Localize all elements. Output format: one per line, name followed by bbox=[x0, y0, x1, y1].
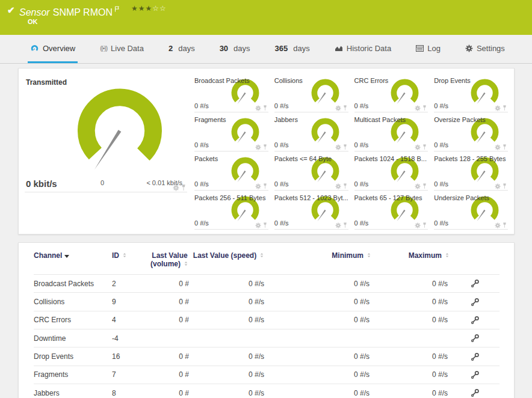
channel-gear-icon[interactable] bbox=[255, 144, 261, 150]
tab-log[interactable]: Log bbox=[413, 35, 443, 63]
channel-gear-icon[interactable] bbox=[495, 105, 501, 111]
channel-gear-icon[interactable] bbox=[335, 183, 341, 189]
cell-id: -4 bbox=[112, 329, 148, 347]
mini-gauge-cell[interactable]: Packets 0 #/s bbox=[194, 152, 268, 191]
pin-icon[interactable] bbox=[263, 105, 267, 111]
sensor-name: SNMP RMON bbox=[53, 7, 113, 17]
mini-gauge-cell[interactable]: Oversize Packets 0 #/s bbox=[434, 112, 508, 152]
pin-icon[interactable] bbox=[263, 144, 267, 150]
tab-live-data[interactable]: ((•)) Live Data bbox=[97, 35, 146, 63]
tab-historic-data[interactable]: Historic Data bbox=[332, 35, 394, 63]
channel-settings-icon[interactable] bbox=[471, 370, 480, 379]
mini-gauge-cell[interactable]: Jabbers 0 #/s bbox=[274, 112, 348, 152]
column-header-last-value-speed[interactable]: Last Value (speed) bbox=[191, 250, 267, 275]
transmitted-channel-panel[interactable]: Transmitted 0 kbit/s 0 < 0.01 kbit/s bbox=[25, 73, 187, 192]
cell-maximum bbox=[372, 329, 450, 347]
channel-settings-icon[interactable] bbox=[471, 388, 480, 397]
mini-gauge-cell[interactable]: Packets <= 64 Byte 0 #/s bbox=[274, 152, 348, 191]
mini-gauge-cell[interactable]: Packets 65 - 127 Bytes 0 #/s bbox=[354, 191, 428, 230]
cell-maximum: 0 #/s bbox=[372, 275, 450, 293]
channel-gear-icon[interactable] bbox=[495, 222, 501, 228]
mini-gauge-cell[interactable]: Packets 128 - 255 Bytes 0 #/s bbox=[434, 152, 508, 191]
mini-gauge-cell[interactable]: Drop Events 0 #/s bbox=[434, 73, 508, 112]
column-header-channel[interactable]: Channel bbox=[34, 250, 112, 275]
channel-gear-icon[interactable] bbox=[173, 185, 179, 191]
channel-settings-icon[interactable] bbox=[471, 316, 480, 325]
channel-gear-icon[interactable] bbox=[415, 222, 421, 228]
flag-icon[interactable] bbox=[114, 4, 120, 14]
cell-id: 9 bbox=[112, 293, 148, 311]
tab-overview[interactable]: Overview bbox=[28, 35, 78, 63]
channel-title: Packets <= 64 Byte bbox=[274, 155, 332, 162]
channel-gear-icon[interactable] bbox=[335, 222, 341, 228]
channel-gear-icon[interactable] bbox=[255, 105, 261, 111]
channel-title: Packets bbox=[194, 155, 218, 162]
pin-icon[interactable] bbox=[503, 183, 507, 189]
page-title: SensorSNMP RMON bbox=[19, 4, 120, 18]
tab-30-days[interactable]: 30 days bbox=[217, 35, 253, 63]
channel-settings-icon[interactable] bbox=[471, 298, 480, 307]
pin-icon[interactable] bbox=[263, 222, 267, 228]
mini-gauge-cell[interactable]: Broadcast Packets 0 #/s bbox=[194, 73, 268, 112]
mini-gauge-cell[interactable]: Packets 512 - 1023 Byt... 0 #/s bbox=[274, 191, 348, 230]
star-icon[interactable]: ☆ bbox=[152, 4, 159, 13]
mini-gauge-cell[interactable]: Collisions 0 #/s bbox=[274, 73, 348, 112]
mini-gauge-cell[interactable]: Multicast Packets 0 #/s bbox=[354, 112, 428, 152]
status-check-icon: ✔ bbox=[7, 5, 15, 16]
channel-gear-icon[interactable] bbox=[495, 183, 501, 189]
channel-value: 0 #/s bbox=[274, 180, 289, 188]
mini-gauge-cell[interactable]: Undersize Packets 0 #/s bbox=[434, 191, 508, 230]
tab-settings[interactable]: Settings bbox=[463, 35, 507, 63]
pin-icon[interactable] bbox=[503, 105, 507, 111]
channel-title: Multicast Packets bbox=[354, 116, 406, 123]
pin-icon[interactable] bbox=[343, 105, 347, 111]
channel-gear-icon[interactable] bbox=[415, 144, 421, 150]
channel-gear-icon[interactable] bbox=[255, 183, 261, 189]
channel-gear-icon[interactable] bbox=[415, 183, 421, 189]
sort-icon bbox=[259, 251, 265, 260]
channel-value: 0 #/s bbox=[194, 219, 209, 227]
channel-gear-icon[interactable] bbox=[335, 105, 341, 111]
star-rating[interactable]: ★★★☆☆ bbox=[131, 4, 167, 13]
pin-icon[interactable] bbox=[343, 144, 347, 150]
tab-365-days[interactable]: 365 days bbox=[273, 35, 312, 63]
channel-value: 0 #/s bbox=[354, 102, 369, 109]
star-icon[interactable]: ★ bbox=[138, 4, 146, 13]
column-header-maximum[interactable]: Maximum bbox=[372, 250, 450, 275]
pin-icon[interactable] bbox=[343, 222, 347, 228]
pin-icon[interactable] bbox=[422, 183, 427, 189]
star-icon[interactable]: ☆ bbox=[159, 4, 167, 13]
column-header-id[interactable]: ID bbox=[112, 250, 148, 275]
column-header-minimum[interactable]: Minimum bbox=[267, 250, 372, 275]
table-row: Fragments 7 0 # 0 #/s 0 #/s 0 #/s bbox=[34, 366, 500, 384]
channel-value: 0 #/s bbox=[274, 102, 289, 109]
cell-maximum: 0 #/s bbox=[372, 384, 450, 398]
mini-gauge-cell[interactable]: Packets 256 - 511 Bytes 0 #/s bbox=[194, 191, 268, 230]
pin-icon[interactable] bbox=[343, 183, 347, 189]
channel-gear-icon[interactable] bbox=[415, 105, 421, 111]
channel-settings-icon[interactable] bbox=[471, 352, 480, 361]
pin-icon[interactable] bbox=[263, 183, 267, 189]
mini-gauge-cell[interactable]: Packets 1024 - 1518 B... 0 #/s bbox=[354, 152, 428, 191]
column-header-last-value-volume[interactable]: Last Value (volume) bbox=[148, 250, 191, 275]
channel-gear-icon[interactable] bbox=[255, 222, 261, 228]
star-icon[interactable]: ★ bbox=[146, 4, 153, 13]
pin-icon[interactable] bbox=[422, 105, 427, 111]
pin-icon[interactable] bbox=[503, 222, 507, 228]
pin-icon[interactable] bbox=[422, 144, 427, 150]
channel-gear-icon[interactable] bbox=[495, 144, 501, 150]
pin-icon[interactable] bbox=[181, 184, 186, 191]
pin-icon[interactable] bbox=[503, 144, 507, 150]
star-icon[interactable]: ★ bbox=[131, 4, 138, 13]
tab-2-days[interactable]: 2 days bbox=[166, 35, 197, 63]
channel-settings-icon[interactable] bbox=[471, 279, 480, 288]
pin-icon[interactable] bbox=[422, 222, 427, 228]
mini-gauge-cell[interactable]: Fragments 0 #/s bbox=[194, 112, 268, 152]
cell-channel: CRC Errors bbox=[34, 311, 112, 329]
table-row: Drop Events 16 0 # 0 #/s 0 #/s 0 #/s bbox=[34, 347, 500, 366]
channel-settings-icon[interactable] bbox=[471, 334, 480, 343]
cell-last-value-speed: 0 #/s bbox=[191, 384, 267, 398]
mini-gauge-grid: Broadcast Packets 0 #/s Collisions 0 bbox=[194, 73, 508, 229]
channel-gear-icon[interactable] bbox=[335, 144, 341, 150]
mini-gauge-cell[interactable]: CRC Errors 0 #/s bbox=[354, 73, 428, 112]
